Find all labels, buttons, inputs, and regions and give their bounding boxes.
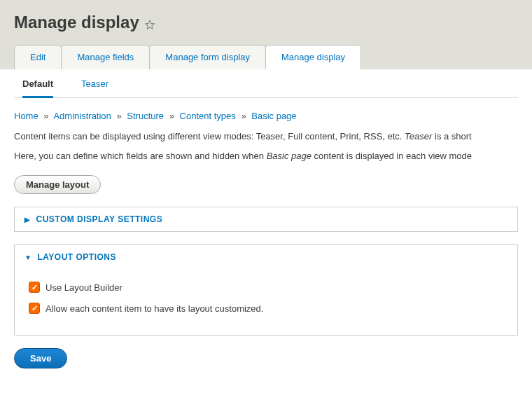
use-layout-builder-label: Use Layout Builder (46, 282, 122, 293)
breadcrumb-sep: » (169, 111, 174, 121)
chevron-down-icon: ▼ (24, 254, 31, 261)
use-layout-builder-checkbox[interactable]: ✓ (29, 282, 40, 293)
breadcrumb-content-types[interactable]: Content types (180, 111, 236, 121)
custom-display-settings-summary[interactable]: ▶ CUSTOM DISPLAY SETTINGS (15, 207, 517, 231)
layout-options-summary[interactable]: ▼ LAYOUT OPTIONS (15, 245, 517, 269)
help-text-2-em: Basic page (267, 151, 312, 161)
help-text-1-em: Teaser (405, 131, 432, 142)
chevron-right-icon: ▶ (24, 216, 31, 223)
save-button[interactable]: Save (14, 348, 67, 368)
help-text-2-prefix: Here, you can define which fields are sh… (14, 151, 267, 161)
secondary-tabs: Default Teaser (14, 69, 518, 98)
help-text-2-suffix: content is displayed in each view mode (312, 151, 472, 161)
breadcrumb-structure[interactable]: Structure (127, 111, 164, 121)
breadcrumb-sep: » (43, 111, 48, 121)
manage-layout-button[interactable]: Manage layout (14, 175, 101, 194)
breadcrumb-administration[interactable]: Administration (53, 111, 111, 121)
custom-display-settings: ▶ CUSTOM DISPLAY SETTINGS (14, 207, 518, 232)
page-title: Manage display (14, 13, 518, 32)
tab-manage-fields[interactable]: Manage fields (61, 45, 150, 69)
breadcrumb-home[interactable]: Home (14, 111, 38, 121)
breadcrumb-sep: » (241, 111, 246, 121)
star-icon[interactable] (144, 16, 156, 29)
tab-manage-display[interactable]: Manage display (265, 45, 361, 69)
breadcrumb-sep: » (116, 111, 121, 121)
help-text-2: Here, you can define which fields are sh… (14, 149, 518, 163)
custom-display-settings-title: CUSTOM DISPLAY SETTINGS (36, 214, 163, 224)
page-title-text: Manage display (14, 13, 139, 32)
primary-tabs: Edit Manage fields Manage form display M… (14, 45, 518, 69)
help-text-1-suffix: is a short (432, 131, 471, 142)
tab-manage-form-display[interactable]: Manage form display (149, 45, 266, 69)
subtab-default[interactable]: Default (22, 78, 53, 98)
breadcrumb: Home » Administration » Structure » Cont… (14, 111, 518, 121)
allow-custom-layout-checkbox[interactable]: ✓ (29, 303, 40, 314)
help-text-1: Content items can be displayed using dif… (14, 130, 518, 144)
subtab-teaser[interactable]: Teaser (81, 78, 108, 97)
layout-options: ▼ LAYOUT OPTIONS ✓ Use Layout Builder ✓ … (14, 244, 518, 336)
help-text-1-prefix: Content items can be displayed using dif… (14, 131, 405, 142)
tab-edit[interactable]: Edit (14, 45, 62, 69)
breadcrumb-basic-page[interactable]: Basic page (251, 111, 296, 121)
layout-options-title: LAYOUT OPTIONS (37, 252, 116, 262)
allow-custom-layout-label: Allow each content item to have its layo… (46, 303, 263, 314)
